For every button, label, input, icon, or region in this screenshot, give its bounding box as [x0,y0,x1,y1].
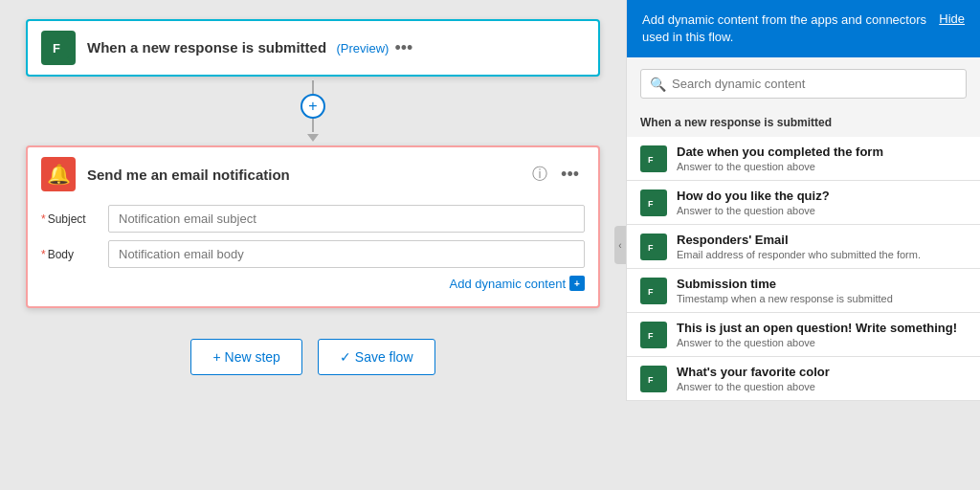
connector: + [301,80,325,142]
action-card-header: 🔔 Send me an email notification ⓘ ••• [28,147,598,201]
subject-field-row: *Subject [41,205,585,233]
action-card: 🔔 Send me an email notification ⓘ ••• *S… [26,145,600,308]
notification-icon: 🔔 [41,157,76,191]
trigger-card: F When a new response is submitted (Prev… [26,19,600,77]
svg-text:F: F [648,375,654,385]
add-dynamic-row: Add dynamic content + [41,276,585,295]
right-panel-wrapper: ‹ Add dynamic content from the apps and … [626,0,980,490]
connector-arrow [307,134,319,142]
connector-line-top [312,80,314,94]
list-item[interactable]: F This is just an open question! Write s… [627,313,980,357]
dynamic-icon: + [569,276,585,291]
body-label: *Body [41,248,108,261]
body-input[interactable] [108,240,585,268]
new-step-button[interactable]: + New step [190,339,301,375]
dynamic-content-list: F Date when you completed the form Answe… [627,137,980,401]
list-item[interactable]: F How do you like the quiz? Answer to th… [627,181,980,225]
add-step-button[interactable]: + [301,94,325,119]
forms-item-icon-2: F [640,234,667,260]
list-item[interactable]: F Responders' Email Email address of res… [627,225,980,269]
list-item[interactable]: F Date when you completed the form Answe… [627,137,980,181]
forms-item-icon-5: F [640,366,667,392]
hide-panel-button[interactable]: Hide [939,11,965,26]
connector-line-bottom [312,119,314,132]
add-dynamic-button[interactable]: Add dynamic content + [450,276,585,291]
save-flow-button[interactable]: ✓ Save flow [318,339,435,375]
panel-header: Add dynamic content from the apps and co… [627,0,980,57]
svg-text:F: F [53,41,60,56]
svg-text:F: F [648,287,654,297]
svg-text:F: F [648,199,654,209]
forms-item-icon-4: F [640,322,667,348]
trigger-menu-button[interactable]: ••• [389,34,418,62]
svg-text:F: F [648,155,654,165]
dynamic-content-search[interactable] [640,69,967,99]
dynamic-content-panel: Add dynamic content from the apps and co… [626,0,980,401]
trigger-card-header: F When a new response is submitted (Prev… [28,21,598,75]
panel-collapse-toggle[interactable]: ‹ [614,226,626,264]
body-field-row: *Body [41,240,585,268]
forms-item-icon-0: F [640,145,667,172]
svg-text:F: F [648,243,654,253]
subject-label: *Subject [41,212,108,226]
canvas-area: F When a new response is submitted (Prev… [0,0,626,490]
svg-text:F: F [648,331,654,341]
panel-search: 🔍 [640,69,967,99]
subject-input[interactable] [108,205,585,233]
forms-icon: F [41,31,76,65]
search-icon: 🔍 [650,77,666,92]
info-button[interactable]: ⓘ [526,161,553,189]
forms-item-icon-1: F [640,189,667,216]
forms-item-icon-3: F [640,278,667,304]
list-item[interactable]: F What's your favorite color Answer to t… [627,357,980,401]
action-menu-button[interactable]: ••• [555,161,585,189]
bottom-buttons: + New step ✓ Save flow [190,339,434,375]
action-card-fields: *Subject *Body Add dynamic content + [28,201,598,306]
list-item[interactable]: F Submission time Timestamp when a new r… [627,269,980,313]
trigger-card-title: When a new response is submitted (Previe… [87,39,389,56]
panel-section-title: When a new response is submitted [627,110,980,137]
